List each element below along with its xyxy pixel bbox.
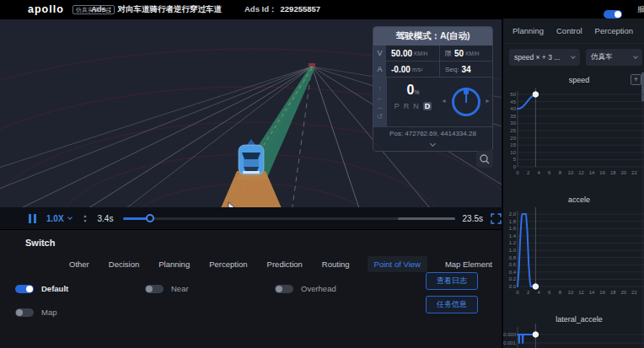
chevron-down-icon [430,141,436,147]
gear-r: R [404,102,410,110]
seq-label: Seq: [445,66,459,73]
svg-text:2.0: 2.0 [509,211,517,217]
task-info-button[interactable]: 任务信息 [426,296,478,313]
svg-text:12: 12 [578,290,584,295]
svg-text:1.6: 1.6 [509,226,517,231]
svg-text:20: 20 [510,136,516,141]
chevron-down-icon [67,215,72,220]
tab-perception[interactable]: Perception [207,256,249,272]
timeline-handle[interactable] [146,214,154,222]
svg-text:0.4: 0.4 [509,270,517,275]
map-toggle-switch[interactable] [15,308,34,317]
gear-p: P [394,102,400,110]
svg-text:0.000: 0.000 [503,332,517,337]
ads-id-label: Ads Id： [244,4,277,13]
ads-label: Ads： [91,4,114,13]
accel-row: A -0.00 m/s² Seq: 34 [373,62,492,78]
tab-planning[interactable]: Planning [157,256,191,272]
position-readout: Pos: 472762.69, 4414334.28 [373,126,492,140]
gear-n: N [413,102,419,110]
toggle-default[interactable]: Default [15,284,145,293]
svg-text:30: 30 [510,120,516,126]
series-select-value: speed × + 3 ... [514,53,560,62]
near-toggle-switch[interactable] [145,285,164,293]
tab-point-of-view[interactable]: Point of View [368,256,427,272]
status-panel-tabs: Planning Control Perception Status [503,19,644,44]
svg-text:45: 45 [510,99,516,104]
switch-panel: Switch Other Decision Planning Perceptio… [0,229,502,348]
driving-scene-viewport[interactable]: 驾驶模式：A(自动) V 50.00 KM/H 限 50 KM/H A -0.0… [0,19,502,229]
step-down-icon: ▼ [83,219,88,223]
charts-area: speed05101520253035404550024681012141618… [503,72,644,348]
tab-planning[interactable]: Planning [511,23,545,39]
svg-text:40: 40 [510,106,516,111]
step-up-icon: ▲ [83,214,88,218]
right-arrow-icon: → [376,103,384,111]
scene-zoom-button[interactable] [476,151,493,168]
speed-row: V 50.00 KM/H 限 50 KM/H [373,46,492,62]
tab-prediction[interactable]: Prediction [266,256,304,272]
svg-text:lateral_accele: lateral_accele [555,315,603,324]
svg-text:10: 10 [568,290,574,295]
toggle-overhead-label: Overhead [301,284,336,293]
svg-text:20: 20 [621,290,627,295]
series-select[interactable]: speed × + 3 ... [509,49,580,66]
signal-icons: ↑ ← → ↺ [373,78,387,126]
tab-map-element[interactable]: Map Element [443,256,494,272]
fullscreen-icon [491,213,502,224]
toggle-overhead[interactable]: Overhead [275,284,405,293]
pause-button[interactable] [29,214,36,223]
toggle-row-2: Map [15,308,145,317]
vehicle-select[interactable]: 仿真车 [586,49,642,66]
app-root: apollo 仿真实训平台 Ads：对向车道骑行者逆行穿过车道 Ads Id：2… [0,0,644,348]
svg-text:6: 6 [548,290,551,295]
obstacle-marker [309,63,315,67]
svg-text:16: 16 [599,170,605,175]
apollo-logo: apollo [28,3,64,15]
overhead-toggle-switch[interactable] [275,285,293,293]
svg-text:0.6: 0.6 [509,262,517,267]
toggle-near[interactable]: Near [145,284,275,293]
timeline-track[interactable] [123,217,454,220]
view-logs-button[interactable]: 查看日志 [426,272,478,290]
chevron-down-icon [571,54,576,59]
status-panel: Planning Control Perception Status speed… [502,19,644,348]
ads-value: 对向车道骑行者逆行穿过车道 [117,4,222,13]
topbar-toggle[interactable] [604,10,622,19]
side-buttons: 查看日志 任务信息 [426,272,478,313]
toggle-near-label: Near [171,284,189,293]
limit-value: 50 [454,49,464,58]
svg-text:1.2: 1.2 [509,240,517,245]
playback-rate-value: 1.0X [46,214,64,223]
chart-speed: speed05101520253035404550024681012141618… [503,72,644,192]
tab-control[interactable]: Control [555,23,584,39]
steering-indicator: ◄ ► [439,78,492,126]
accel-unit: m/s² [412,67,423,72]
toggle-row-1: Default Near Overhead [15,284,405,293]
frame-stepper[interactable]: ▲▼ [83,214,88,223]
playback-rate-dropdown[interactable]: 1.0X [46,214,72,223]
playback-bar: 1.0X ▲▼ 3.4s 23.5s [0,207,502,229]
tab-routing[interactable]: Routing [320,256,352,272]
svg-text:18: 18 [610,170,616,175]
dashboard-collapse-button[interactable] [373,140,492,151]
throttle-percent-unit: % [414,89,419,95]
svg-text:25: 25 [510,128,516,133]
fullscreen-button[interactable] [491,213,502,224]
scenario-name: Ads：对向车道骑行者逆行穿过车道 [91,4,222,15]
tab-other[interactable]: Other [67,256,91,272]
driving-mode-title: 驾驶模式：A(自动) [373,27,492,46]
default-toggle-switch[interactable] [15,285,34,293]
tab-perception-right[interactable]: Perception [593,23,635,39]
tab-decision[interactable]: Decision [107,256,141,272]
speed-unit: KM/H [414,51,427,56]
toggle-map[interactable]: Map [15,308,145,317]
add-chart-button[interactable]: + [631,74,641,85]
chart-filters: speed × + 3 ... 仿真车 [503,49,644,66]
limit-unit: KM/H [465,51,479,56]
left-arrow-icon: ← [376,94,384,102]
speed-key: V [373,46,386,61]
svg-text:10: 10 [568,170,574,175]
switch-tabs: Other Decision Planning Perception Predi… [67,256,494,272]
top-bar: apollo 仿真实训平台 Ads：对向车道骑行者逆行穿过车道 Ads Id：2… [0,0,644,19]
